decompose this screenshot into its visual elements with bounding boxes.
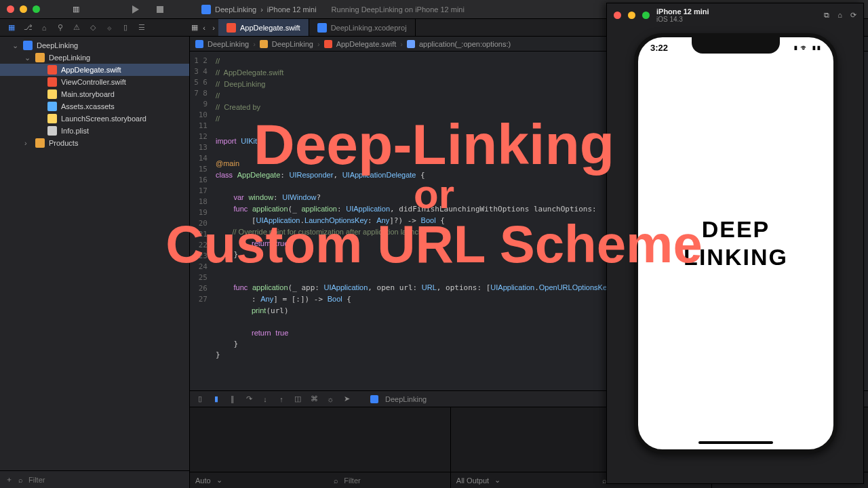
project-navigator-icon[interactable]: ▦	[7, 23, 16, 32]
location-icon[interactable]: ➤	[342, 394, 351, 403]
view-debug-icon[interactable]: ◫	[293, 394, 302, 403]
simulator-subtitle: iOS 14.3	[656, 16, 709, 23]
filter-icon[interactable]: ⌕	[18, 476, 23, 484]
disclosure-icon[interactable]: ›	[24, 139, 31, 147]
console-scope[interactable]: All Output	[456, 476, 489, 485]
tab-label: AppDelegate.swift	[240, 24, 300, 32]
add-icon[interactable]: ＋	[5, 474, 13, 485]
tree-label: ViewController.swift	[61, 78, 126, 86]
home-indicator	[698, 441, 773, 444]
debug-target[interactable]: DeepLinking	[385, 395, 427, 403]
tree-products[interactable]: › Products	[0, 137, 189, 149]
swift-icon	[324, 40, 332, 48]
navigator-filter-input[interactable]	[28, 476, 184, 484]
activity-status: Running DeepLinking on iPhone 12 mini	[332, 5, 465, 14]
line-gutter: 1 2 3 4 5 6 7 8 9 10 11 12 13 14 15 16 1…	[190, 52, 212, 390]
tree-project-root[interactable]: ⌄ DeepLinking	[0, 39, 189, 52]
device-frame: 3:22 ▮ ᯤ ▮▮ DEEP LINKING	[634, 33, 837, 453]
symbol-navigator-icon[interactable]: ⌂	[39, 24, 49, 32]
chevron-right-icon: ›	[260, 5, 263, 14]
navigator-filter-bar: ＋ ⌕	[0, 470, 189, 488]
memory-graph-icon[interactable]: ⌘	[309, 394, 319, 403]
debug-navigator-icon[interactable]: ⟐	[104, 24, 114, 32]
tree-label: Products	[49, 139, 78, 147]
traffic-close[interactable]	[614, 12, 621, 19]
crumb[interactable]: DeepLinking	[208, 40, 249, 48]
breakpoint-navigator-icon[interactable]: ▯	[121, 23, 130, 32]
project-navigator: ⌄ DeepLinking ⌄ DeepLinking AppDelegate.…	[0, 37, 190, 488]
filter-icon[interactable]: ⌕	[334, 476, 338, 485]
swift-icon	[47, 65, 57, 75]
storyboard-icon	[47, 114, 57, 123]
breakpoints-icon[interactable]: ▮	[212, 394, 221, 403]
screen-line1: DEEP	[638, 216, 833, 243]
simulator-window[interactable]: iPhone 12 mini iOS 14.3 ⧉ ⌂ ⟳ 3:22 ▮ ᯤ ▮…	[606, 3, 864, 484]
tree-file-info-plist[interactable]: Info.plist	[0, 125, 189, 137]
chevron-down-icon[interactable]: ⌄	[216, 476, 222, 485]
step-out-icon[interactable]: ↑	[277, 395, 286, 403]
test-navigator-icon[interactable]: ◇	[88, 23, 98, 32]
tree-label: AppDelegate.swift	[61, 66, 121, 74]
step-into-icon[interactable]: ↓	[260, 395, 270, 403]
scheme-device: iPhone 12 mini	[267, 5, 317, 14]
project-icon	[317, 23, 327, 33]
editor-tabs: AppDelegate.swift DeepLinking.xcodeproj	[218, 19, 416, 36]
disclosure-icon[interactable]: ⌄	[24, 54, 31, 62]
env-overrides-icon[interactable]: ☼	[326, 395, 335, 403]
tree-label: DeepLinking	[37, 41, 78, 49]
app-icon	[370, 395, 378, 403]
rotate-icon[interactable]: ⟳	[850, 11, 856, 20]
source-control-icon[interactable]: ⎇	[23, 23, 33, 32]
status-icons: ▮ ᯤ ▮▮	[793, 43, 821, 53]
crumb[interactable]: application(_:open:options:)	[419, 40, 511, 48]
traffic-close[interactable]	[7, 5, 14, 13]
find-navigator-icon[interactable]: ⚲	[56, 23, 65, 32]
home-icon[interactable]: ⌂	[837, 11, 842, 20]
variables-scope[interactable]: Auto	[195, 476, 211, 485]
forward-icon[interactable]: ›	[209, 24, 218, 32]
crumb[interactable]: DeepLinking	[272, 40, 313, 48]
scheme-selector[interactable]: DeepLinking › iPhone 12 mini	[201, 5, 317, 14]
stop-button[interactable]	[157, 6, 163, 13]
swift-icon	[226, 23, 236, 33]
issue-navigator-icon[interactable]: ⚠	[72, 23, 81, 32]
disclosure-icon[interactable]: ⌄	[12, 41, 19, 50]
sidebar-toggle-icon[interactable]: ▥	[71, 5, 81, 14]
hide-debug-icon[interactable]: ▯	[195, 394, 205, 403]
traffic-zoom[interactable]	[642, 12, 650, 19]
related-items-icon[interactable]: ▦	[190, 23, 199, 32]
chevron-down-icon[interactable]: ⌄	[494, 476, 500, 485]
traffic-zoom[interactable]	[33, 5, 40, 13]
tab-project[interactable]: DeepLinking.xcodeproj	[309, 19, 416, 36]
tree-file-appdelegate[interactable]: AppDelegate.swift	[0, 64, 189, 76]
simulator-titlebar: iPhone 12 mini iOS 14.3 ⧉ ⌂ ⟳	[607, 3, 863, 26]
folder-icon	[260, 40, 268, 48]
variables-filter-input[interactable]	[344, 476, 445, 485]
run-button[interactable]	[132, 5, 139, 14]
back-icon[interactable]: ‹	[199, 24, 209, 32]
clock: 3:22	[650, 43, 668, 53]
tree-file-assets[interactable]: Assets.xcassets	[0, 100, 189, 113]
traffic-minimize[interactable]	[20, 5, 27, 13]
tab-appdelegate[interactable]: AppDelegate.swift	[218, 19, 309, 36]
tree-group[interactable]: ⌄ DeepLinking	[0, 52, 189, 64]
tree-file-launch-sb[interactable]: LaunchScreen.storyboard	[0, 113, 189, 125]
project-icon	[195, 40, 203, 48]
storyboard-icon	[47, 89, 57, 99]
step-over-icon[interactable]: ↷	[244, 394, 254, 403]
folder-icon	[35, 138, 45, 148]
file-tree[interactable]: ⌄ DeepLinking ⌄ DeepLinking AppDelegate.…	[0, 37, 189, 470]
report-navigator-icon[interactable]: ☰	[137, 23, 146, 32]
tree-file-viewcontroller[interactable]: ViewController.swift	[0, 76, 189, 88]
swift-icon	[47, 77, 57, 87]
simulator-title: iPhone 12 mini	[656, 7, 709, 16]
tab-label: DeepLinking.xcodeproj	[331, 24, 407, 32]
tree-file-main-sb[interactable]: Main.storyboard	[0, 88, 189, 100]
traffic-minimize[interactable]	[628, 12, 635, 19]
pause-icon[interactable]: ‖	[228, 394, 237, 403]
folder-icon	[35, 53, 45, 62]
variables-pane[interactable]: Auto ⌄ ⌕	[190, 407, 451, 488]
scheme-app: DeepLinking	[215, 5, 256, 14]
crumb[interactable]: AppDelegate.swift	[336, 40, 397, 48]
screenshot-icon[interactable]: ⧉	[824, 11, 829, 20]
